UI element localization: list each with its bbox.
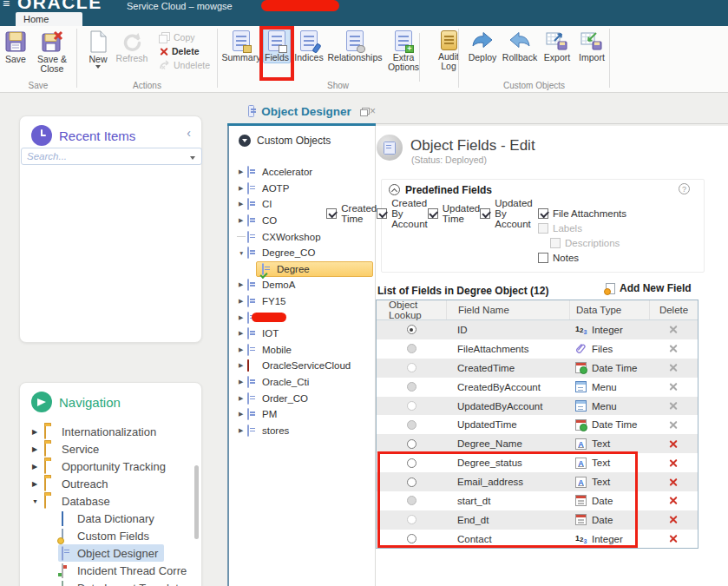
copy-button[interactable]: Copy bbox=[159, 30, 210, 44]
checkbox-icon[interactable] bbox=[377, 208, 387, 219]
tab-home[interactable]: Home bbox=[16, 12, 82, 26]
nav-item-custom-fields[interactable]: Custom Fields bbox=[20, 527, 201, 544]
expand-arrow-icon[interactable]: ▶ bbox=[239, 217, 243, 224]
search-input[interactable] bbox=[27, 149, 183, 163]
checkbox-icon[interactable] bbox=[538, 253, 548, 263]
tree-item-oracleservicecloud[interactable]: ▶OracleServiceCloud bbox=[229, 358, 375, 374]
expand-arrow-icon[interactable]: ▶ bbox=[32, 480, 37, 488]
rollback-button[interactable]: Rollback bbox=[501, 28, 539, 63]
checkbox-icon[interactable] bbox=[538, 208, 548, 219]
delete-icon[interactable] bbox=[669, 401, 679, 411]
delete-icon[interactable] bbox=[669, 515, 679, 524]
expand-arrow-icon[interactable]: ▶ bbox=[239, 346, 243, 353]
tree-item-oracle-cti[interactable]: ▶Oracle_Cti bbox=[229, 374, 375, 391]
collapse-arrow-icon[interactable]: ▼ bbox=[239, 250, 244, 256]
checkbox-notes[interactable]: Notes bbox=[538, 250, 650, 265]
undelete-button[interactable]: Undelete bbox=[159, 58, 210, 72]
checkbox-descriptions[interactable]: Descriptions bbox=[538, 235, 650, 250]
expand-arrow-icon[interactable]: ▶ bbox=[239, 201, 243, 207]
expand-arrow-icon[interactable]: ▶ bbox=[239, 427, 243, 434]
table-row[interactable]: FileAttachmentsFiles bbox=[377, 339, 698, 359]
expand-arrow-icon[interactable]: ▶ bbox=[239, 395, 243, 402]
object-lookup-radio[interactable] bbox=[407, 477, 416, 487]
expand-arrow-icon[interactable]: ▶ bbox=[32, 445, 37, 453]
delete-icon[interactable] bbox=[669, 534, 679, 543]
delete-icon[interactable] bbox=[669, 439, 679, 449]
checkbox-created-by-account[interactable]: Created By Account bbox=[377, 206, 428, 221]
tree-item-fy15[interactable]: ▶FY15 bbox=[229, 293, 375, 310]
nav-item-internationalization[interactable]: ▶ Internationalization bbox=[20, 423, 201, 440]
checkbox-file-attachments[interactable]: File Attachments bbox=[538, 206, 650, 221]
nav-item-database[interactable]: ▼ Database bbox=[20, 492, 201, 510]
save-button[interactable]: Save bbox=[2, 28, 30, 65]
tree-item-order-co[interactable]: ▶Order_CO bbox=[229, 390, 375, 406]
table-row[interactable]: ID123Integer bbox=[377, 320, 698, 339]
expand-arrow-icon[interactable]: ▶ bbox=[239, 330, 243, 337]
tree-item-stores[interactable]: ▶stores bbox=[229, 423, 375, 439]
checkbox-created-time[interactable]: Created Time bbox=[326, 206, 377, 221]
fields-button[interactable]: Fields bbox=[263, 28, 291, 63]
table-row[interactable]: Contact123Integer bbox=[377, 530, 698, 549]
expand-arrow-icon[interactable]: ▶ bbox=[239, 379, 243, 385]
summary-button[interactable]: Summary bbox=[221, 28, 261, 63]
expand-arrow-icon[interactable]: ▶ bbox=[239, 411, 243, 418]
refresh-button[interactable]: Refresh bbox=[114, 28, 150, 64]
table-row[interactable]: UpdatedByAccountMenu bbox=[377, 397, 698, 416]
new-dropdown-caret-icon[interactable] bbox=[95, 65, 101, 69]
checkbox-icon[interactable] bbox=[428, 208, 438, 219]
checkbox-updated-time[interactable]: Updated Time bbox=[428, 206, 480, 221]
tree-item-degree-co[interactable]: ▼Degree_CO bbox=[229, 245, 375, 261]
table-row[interactable]: Email_addressAText bbox=[377, 472, 698, 491]
object-lookup-radio[interactable] bbox=[407, 458, 416, 468]
nav-item-data-import-templates[interactable]: Data Import Template bbox=[20, 579, 201, 586]
nav-item-incident-thread[interactable]: Incident Thread Corre bbox=[20, 562, 201, 579]
import-button[interactable]: Import bbox=[575, 28, 608, 63]
nav-item-object-designer[interactable]: Object Designer bbox=[20, 544, 201, 562]
expand-arrow-icon[interactable]: ▶ bbox=[32, 463, 37, 471]
tree-item-demoa[interactable]: ▶DemoA bbox=[229, 277, 375, 293]
nav-item-service[interactable]: ▶ Service bbox=[20, 440, 201, 458]
tree-item-aotp[interactable]: ▶AOTP bbox=[229, 181, 375, 197]
delete-icon[interactable] bbox=[669, 363, 679, 372]
save-and-close-button[interactable]: Save & Close bbox=[32, 28, 72, 75]
nav-item-opportunity-tracking[interactable]: ▶ Opportunity Tracking bbox=[20, 458, 201, 475]
extra-options-button[interactable]: + Extra Options bbox=[384, 28, 423, 73]
delete-icon[interactable] bbox=[669, 382, 679, 392]
expand-arrow-icon[interactable]: ▶ bbox=[32, 428, 37, 436]
checkbox-icon[interactable] bbox=[480, 208, 490, 219]
collapse-chevron-icon[interactable]: ‹ bbox=[187, 127, 191, 139]
expand-arrow-icon[interactable]: ▶ bbox=[239, 362, 243, 369]
expand-arrow-icon[interactable]: ▶ bbox=[239, 314, 243, 321]
expand-arrow-icon[interactable]: ▶ bbox=[239, 168, 243, 175]
delete-button[interactable]: Delete bbox=[159, 44, 210, 58]
expand-arrow-icon[interactable]: ▶ bbox=[239, 281, 243, 288]
checkbox-updated-by-account[interactable]: Updated By Account bbox=[480, 206, 532, 221]
collapse-section-icon[interactable] bbox=[389, 184, 400, 195]
table-row[interactable]: Degree_statusAText bbox=[377, 453, 698, 472]
tree-item-redacted[interactable]: ▶ bbox=[229, 309, 375, 326]
delete-icon[interactable] bbox=[669, 477, 679, 487]
nav-item-outreach[interactable]: ▶ Outreach bbox=[20, 475, 201, 492]
collapse-arrow-icon[interactable]: ▼ bbox=[32, 498, 38, 504]
menu-icon[interactable]: ≡ bbox=[3, 0, 10, 10]
add-new-field-button[interactable]: Add New Field bbox=[606, 282, 692, 294]
table-row[interactable]: End_dtDate bbox=[377, 510, 698, 530]
indices-button[interactable]: Indices bbox=[292, 28, 325, 63]
table-row[interactable]: CreatedTimeDate Time bbox=[377, 359, 698, 378]
table-row[interactable]: Degree_NameAText bbox=[377, 434, 698, 453]
checkbox-icon[interactable] bbox=[326, 208, 337, 219]
search-dropdown-caret-icon[interactable] bbox=[190, 156, 195, 160]
delete-icon[interactable] bbox=[669, 458, 679, 468]
tree-item-iot[interactable]: ▶IOT bbox=[229, 326, 375, 342]
deploy-button[interactable]: Deploy bbox=[466, 28, 499, 63]
expand-arrow-icon[interactable]: ▶ bbox=[239, 185, 243, 192]
table-row[interactable]: CreatedByAccountMenu bbox=[377, 378, 698, 397]
tree-item-cxworkshop[interactable]: CXWorkshop bbox=[229, 228, 375, 245]
delete-icon[interactable] bbox=[669, 344, 679, 353]
export-button[interactable]: Export bbox=[541, 28, 574, 63]
tree-item-pm[interactable]: ▶PM bbox=[229, 406, 375, 423]
relationships-button[interactable]: Relationships bbox=[327, 28, 383, 63]
nav-item-data-dictionary[interactable]: Data Dictionary bbox=[20, 510, 201, 527]
tree-item-degree[interactable]: Degree bbox=[229, 261, 375, 278]
object-lookup-radio[interactable] bbox=[407, 325, 416, 334]
